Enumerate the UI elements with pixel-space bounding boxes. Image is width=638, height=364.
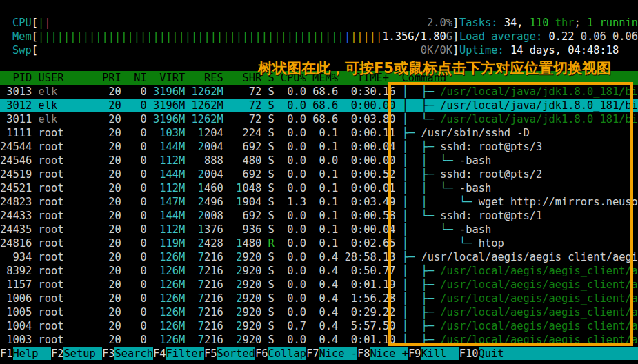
fkey-F3-button[interactable]: F3Search <box>102 347 153 360</box>
process-row-8392[interactable]: 8392 root 20 0 126M 7216 2920 S 0.0 0.4 … <box>0 264 638 278</box>
cell-user: root <box>39 306 96 318</box>
process-row-24521[interactable]: 24521 root 20 0 112M 1460 1048 S 0.0 0.1… <box>0 181 638 195</box>
cell-virt: 147M <box>153 196 185 208</box>
cell-time: 0:00.11 <box>344 127 395 139</box>
cell-time: 0:00.00 <box>344 99 395 112</box>
cell-pid: 3011 <box>0 113 32 125</box>
mem-meter-label: Mem <box>12 30 32 43</box>
cell-s: S <box>268 154 274 167</box>
process-row-1005[interactable]: 1005 root 20 0 126M 7216 2920 S 0.0 0.4 … <box>0 305 638 319</box>
process-row-24544[interactable]: 24544 root 20 0 144M 2004 692 S 0.0 0.1 … <box>0 140 638 154</box>
cell-time: 0:29.22 <box>344 306 395 318</box>
process-row-24435[interactable]: 24435 root 20 0 112M 1376 936 S 0.0 0.1 … <box>0 223 638 236</box>
fkey-F9-button[interactable]: F9Kill <box>408 347 459 360</box>
process-row-1111[interactable]: 1111 root 20 0 103M 1204 224 S 0.0 0.1 0… <box>0 126 638 140</box>
cell-s: S <box>268 265 274 277</box>
tree-branch: │ │ └─ <box>402 196 479 208</box>
cell-pri: 20 <box>102 279 121 291</box>
cell-mem: 0.4 <box>312 334 338 346</box>
cell-pid: 934 <box>0 251 32 263</box>
cell-pri: 20 <box>102 127 121 139</box>
cell-ni: 0 <box>128 223 147 236</box>
cell-mem: 0.4 <box>312 306 338 318</box>
cell-user: root <box>39 182 96 194</box>
mem-meter-bar: | <box>344 30 350 43</box>
process-row-3011[interactable]: 3011 elk 20 0 3196M 1262M 72 S 0.0 68.6 … <box>0 112 638 126</box>
swp-meter: Swp[ 0K/0K] <box>12 43 459 57</box>
cell-mem: 0.1 <box>312 210 338 222</box>
cell-virt: 3196M <box>153 99 185 112</box>
fkey-F1-button[interactable]: F1Help <box>0 347 51 360</box>
uptime-line: Uptime: 14 days, 04:48:18 <box>459 43 638 57</box>
cell-pid: 1003 <box>0 334 32 346</box>
cell-mem: 0.4 <box>312 320 338 332</box>
cell-cpu: 0.0 <box>281 168 306 181</box>
cell-ni: 0 <box>128 210 147 222</box>
process-row-24816[interactable]: 24816 root 20 0 119M 2428 1480 R 0.0 0.1… <box>0 236 638 250</box>
process-row-24823[interactable]: 24823 root 20 0 147M 2496 1904 S 1.3 0.1… <box>0 195 638 209</box>
cell-user: root <box>39 223 96 236</box>
fkey-F5-button[interactable]: F5Sorted <box>204 347 255 360</box>
tree-branch: │ └─ <box>402 223 459 236</box>
cell-mem: 68.6 <box>312 85 338 98</box>
cell-shr: 72 <box>230 113 261 125</box>
tree-branch: │ ├─ <box>402 141 440 153</box>
cell-mem: 0.1 <box>312 141 338 153</box>
command-text: /usr/local/java/jdk1.8.0_181/bin/j <box>440 99 638 112</box>
fkey-F7-button[interactable]: F7Nice - <box>306 347 357 360</box>
cell-mem: 0.1 <box>312 127 338 139</box>
process-row-24519[interactable]: 24519 root 20 0 144M 2004 692 S 0.0 0.1 … <box>0 168 638 181</box>
cell-virt: 3196M <box>153 85 185 98</box>
cell-pri: 20 <box>102 85 121 98</box>
cell-ni: 0 <box>128 251 147 263</box>
tree-branch: │ ├─ <box>402 279 440 291</box>
process-row-24546[interactable]: 24546 root 20 0 112M 888 480 S 0.0 0.0 0… <box>0 154 638 168</box>
tree-branch: │ ├─ <box>402 320 440 332</box>
cell-shr: 72 <box>230 85 261 98</box>
cell-ni: 0 <box>128 127 147 139</box>
cell-s: S <box>268 85 274 98</box>
cell-user: root <box>39 168 96 181</box>
tree-branch: │ └─ <box>402 210 440 222</box>
cell-s: S <box>268 113 274 125</box>
fkey-F2-button[interactable]: F2Setup <box>51 347 102 360</box>
fkey-F8-button[interactable]: F8Nice + <box>357 347 408 360</box>
process-row-1157[interactable]: 1157 root 20 0 126M 7216 2920 S 0.0 0.4 … <box>0 278 638 292</box>
process-row-3013[interactable]: 3013 elk 20 0 3196M 1262M 72 S 0.0 68.6 … <box>0 85 638 99</box>
process-row-24433[interactable]: 24433 root 20 0 144M 2008 692 S 0.0 0.1 … <box>0 209 638 223</box>
process-row-934[interactable]: 934 root 20 0 126M 7216 2920 S 0.0 0.4 2… <box>0 250 638 264</box>
cell-pid: 1111 <box>0 127 32 139</box>
cell-cpu: 0.0 <box>281 292 306 305</box>
fkey-F6-button[interactable]: F6Collap <box>255 347 306 360</box>
cell-cpu: 0.0 <box>281 182 306 194</box>
cell-cpu: 0.0 <box>281 279 306 291</box>
fkey-F10-button[interactable]: F10Quit <box>459 347 517 360</box>
command-text: /usr/local/java/jdk1.8.0_181/bin/j <box>440 113 638 125</box>
cell-pid: 1004 <box>0 320 32 332</box>
cell-cpu: 0.0 <box>281 265 306 277</box>
cell-mem: 0.1 <box>312 168 338 181</box>
command-text: /usr/local/aegis/aegis_client/aegi <box>440 306 638 318</box>
cell-pri: 20 <box>102 210 121 222</box>
process-row-1003[interactable]: 1003 root 20 0 126M 7216 2920 S 0.0 0.4 … <box>0 333 638 347</box>
cell-user: root <box>39 265 96 277</box>
process-row-3012[interactable]: 3012 elk 20 0 3196M 1262M 72 S 0.0 68.6 … <box>0 99 638 112</box>
cell-user: root <box>39 154 96 167</box>
cell-pid: 24435 <box>0 223 32 236</box>
process-row-1006[interactable]: 1006 root 20 0 126M 7216 2920 S 0.0 0.4 … <box>0 292 638 305</box>
fkey-F4-button[interactable]: F4Filter <box>153 347 204 360</box>
process-row-1004[interactable]: 1004 root 20 0 126M 7216 2920 S 0.7 0.4 … <box>0 319 638 333</box>
command-text: sshd: root@pts/3 <box>440 141 542 153</box>
cell-shr: 692 <box>230 141 261 153</box>
cell-pid: 24519 <box>0 168 32 181</box>
cell-s: S <box>268 168 274 181</box>
tree-branch: │ │ └─ <box>402 182 459 194</box>
cell-pri: 20 <box>102 99 121 112</box>
tree-branch: │ └─ <box>402 113 440 125</box>
cell-cpu: 1.3 <box>281 196 306 208</box>
command-text: /usr/local/java/jdk1.8.0_181/bin/j <box>440 85 638 98</box>
cell-pri: 20 <box>102 292 121 305</box>
htop-terminal: CPU[|| 2.0%]Mem[||||||||||||||||||||||||… <box>0 0 638 364</box>
cell-pid: 3013 <box>0 85 32 98</box>
cell-ni: 0 <box>128 265 147 277</box>
